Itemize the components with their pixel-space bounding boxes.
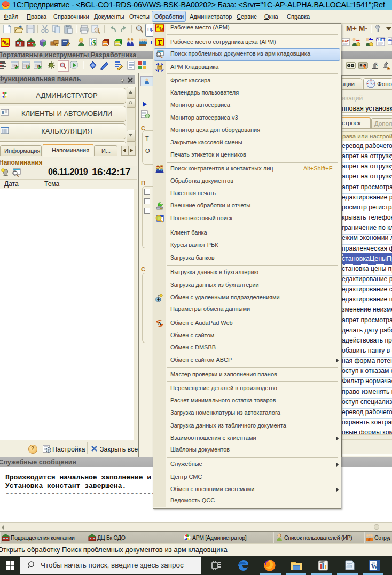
svg-text:$: $	[92, 39, 96, 47]
svg-text:ИАТ: ИАТ	[342, 40, 349, 43]
svg-text:W: W	[371, 562, 378, 570]
svg-text:М: М	[160, 28, 163, 32]
svg-text:СЧЕТ: СЧЕТ	[376, 38, 385, 42]
svg-text:М: М	[5, 42, 9, 46]
svg-text:НА: НА	[388, 38, 392, 42]
